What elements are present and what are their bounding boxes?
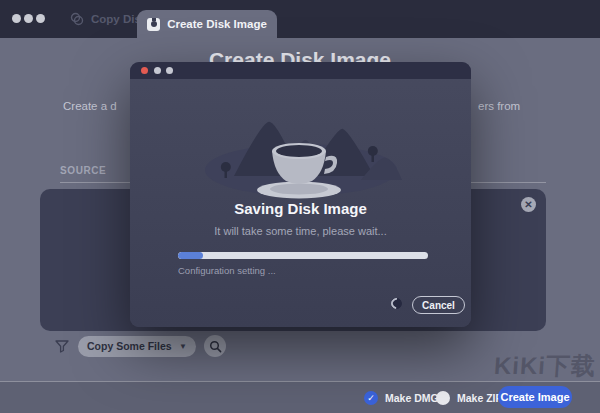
description-fragment-right: ers from <box>478 100 520 112</box>
search-icon <box>209 340 222 353</box>
dialog-minimize-button[interactable] <box>154 67 161 74</box>
site-watermark: KiKi下载 <box>493 350 597 382</box>
spinner-icon <box>389 296 404 311</box>
dialog-title: Saving Disk Image <box>130 200 471 217</box>
progress-fill <box>178 252 203 259</box>
app-window: Copy Disk Create Disk Image Create Disk … <box>0 0 600 413</box>
copy-disk-icon <box>70 12 84 26</box>
create-image-button[interactable]: Create Image <box>498 386 572 408</box>
saving-dialog: Saving Disk Image It will take some time… <box>130 62 471 327</box>
tab-create-disk-image-label: Create Disk Image <box>167 18 267 30</box>
tab-create-disk-image[interactable]: Create Disk Image <box>137 10 277 38</box>
description-fragment-left: Create a d <box>63 100 117 112</box>
filter-row: Copy Some Files ▼ <box>54 335 226 357</box>
checkbox-unchecked-icon <box>436 391 450 405</box>
close-icon[interactable]: ✕ <box>521 197 536 212</box>
filter-icon[interactable] <box>54 338 70 354</box>
minimize-window-button[interactable] <box>24 14 33 23</box>
checkbox-checked-icon: ✓ <box>364 391 378 405</box>
tab-copy-disk[interactable]: Copy Disk <box>70 0 147 38</box>
chevron-down-icon: ▼ <box>179 342 187 351</box>
status-text: Configuration setting ... <box>178 265 276 276</box>
copy-mode-dropdown-value: Copy Some Files <box>87 340 172 352</box>
dialog-zoom-button[interactable] <box>166 67 173 74</box>
footer-bar: ✓ Make DMG Make ZIP Create Image <box>0 381 600 413</box>
disk-image-icon <box>147 18 160 31</box>
make-zip-checkbox[interactable]: Make ZIP <box>436 391 503 405</box>
cancel-button[interactable]: Cancel <box>412 296 465 314</box>
zoom-window-button[interactable] <box>36 14 45 23</box>
title-bar: Copy Disk Create Disk Image <box>0 0 600 38</box>
make-dmg-checkbox[interactable]: ✓ Make DMG <box>364 391 439 405</box>
dialog-close-button[interactable] <box>141 67 148 74</box>
dialog-title-bar <box>130 62 471 79</box>
make-dmg-label: Make DMG <box>385 392 439 404</box>
copy-mode-dropdown[interactable]: Copy Some Files ▼ <box>78 336 196 357</box>
source-section-label: SOURCE <box>60 165 106 176</box>
search-button[interactable] <box>204 335 226 357</box>
progress-bar <box>178 252 428 259</box>
dialog-subtitle: It will take some time, please wait... <box>130 225 471 237</box>
coffee-cup-illustration <box>196 94 406 199</box>
close-window-button[interactable] <box>12 14 21 23</box>
make-zip-label: Make ZIP <box>457 392 503 404</box>
